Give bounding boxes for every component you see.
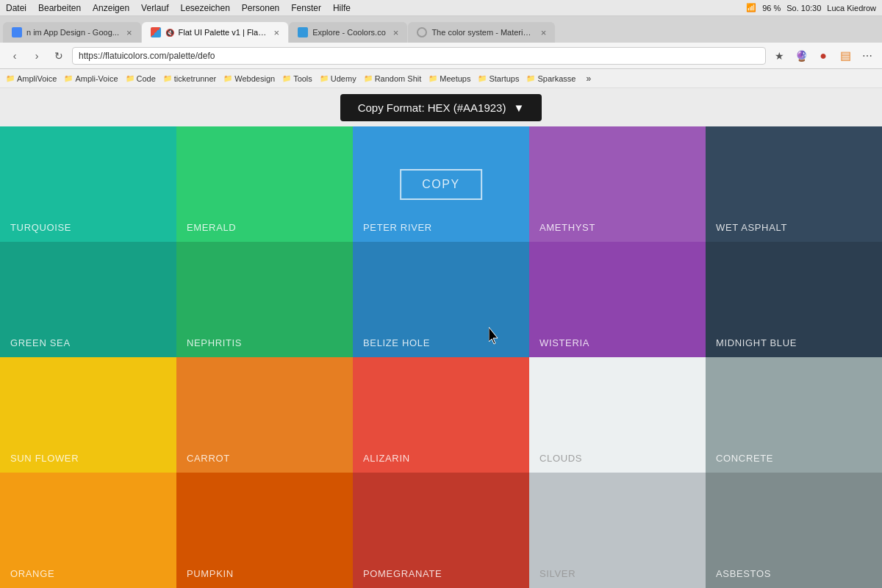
menu-datei[interactable]: Datei <box>6 3 26 13</box>
url-input[interactable]: https://flatuicolors.com/palette/defo <box>72 47 766 65</box>
bookmark-code[interactable]: 📁 Code <box>126 74 156 83</box>
tab-muted-icon: 🔇 <box>165 29 174 37</box>
bookmark-label-8: Meetups <box>440 74 470 83</box>
more-button[interactable]: ⋯ <box>858 47 876 65</box>
color-name-asbestos: ASBESTOS <box>716 568 771 579</box>
menu-lesezeichen[interactable]: Lesezeichen <box>180 3 229 13</box>
color-cell-peter-river[interactable]: COPYPETER RIVER <box>353 126 529 242</box>
bookmark-label-2: Code <box>137 74 156 83</box>
color-name-amethyst: AMETHYST <box>539 222 595 233</box>
color-name-wisteria: WISTERIA <box>539 337 589 348</box>
bookmark-tools[interactable]: 📁 Tools <box>282 74 312 83</box>
tab-material[interactable]: The color system - Material D... × <box>408 22 555 43</box>
folder-icon-4: 📁 <box>163 74 172 82</box>
bookmark-label-1: Ampli-Voice <box>75 74 118 83</box>
bookmark-label-0: AmpliVoice <box>17 74 57 83</box>
extensions-icon[interactable]: 🔮 <box>792 47 810 65</box>
color-cell-sunflower[interactable]: SUN FLOWER <box>0 357 176 473</box>
bookmark-udemy[interactable]: 📁 Udemy <box>320 74 356 83</box>
bookmark-ampli-voice[interactable]: 📁 Ampli-Voice <box>64 74 118 83</box>
color-grid: TURQUOISEEMERALDCOPYPETER RIVERAMETHYSTW… <box>0 126 882 588</box>
folder-icon-10: 📁 <box>478 74 487 82</box>
color-name-wetasphalt: WET ASPHALT <box>716 222 787 233</box>
color-cell-amethyst[interactable]: AMETHYST <box>529 126 706 242</box>
tab-close-1[interactable]: × <box>126 27 132 38</box>
color-cell-orange[interactable]: ORANGE <box>0 473 176 588</box>
folder-icon-11: 📁 <box>526 74 535 82</box>
browser-icon-1[interactable]: ● <box>814 47 832 65</box>
color-cell-wisteria[interactable]: WISTERIA <box>529 242 706 357</box>
url-text: https://flatuicolors.com/palette/defo <box>79 51 215 61</box>
menu-personen[interactable]: Personen <box>242 3 279 13</box>
tab-coolors[interactable]: Explore - Coolors.co × <box>289 22 407 43</box>
color-name-midnight: MIDNIGHT BLUE <box>716 337 797 348</box>
bookmark-sparkasse[interactable]: 📁 Sparkasse <box>526 74 576 83</box>
bookmark-webdesign[interactable]: 📁 Webdesign <box>223 74 275 83</box>
bookmark-ticketrunner[interactable]: 📁 ticketrunner <box>163 74 216 83</box>
color-cell-concrete[interactable]: CONCRETE <box>706 357 882 473</box>
copy-button-overlay[interactable]: COPY <box>400 169 482 200</box>
color-name-belize-hole: BELIZE HOLE <box>363 337 430 348</box>
refresh-button[interactable]: ↻ <box>50 47 68 65</box>
bookmark-startups[interactable]: 📁 Startups <box>478 74 519 83</box>
color-cell-alizarin[interactable]: ALIZARIN <box>353 357 529 473</box>
bookmark-amplivoice[interactable]: 📁 AmpliVoice <box>6 74 57 83</box>
bookmarks-overflow[interactable]: » <box>586 74 591 84</box>
color-name-peter-river: PETER RIVER <box>363 222 432 233</box>
folder-icon-9: 📁 <box>429 74 437 82</box>
folder-icon-5: 📁 <box>223 74 232 82</box>
forward-button[interactable]: › <box>28 47 46 65</box>
color-cell-midnight[interactable]: MIDNIGHT BLUE <box>706 242 882 357</box>
tab-label-4: The color system - Material D... <box>431 28 533 37</box>
bookmark-label-10: Sparkasse <box>537 74 576 83</box>
copy-format-arrow-icon: ▼ <box>513 101 524 114</box>
color-name-pomegranate: POMEGRANATE <box>363 568 442 579</box>
tab-close-2[interactable]: × <box>274 27 280 38</box>
bookmark-label-6: Udemy <box>331 74 356 83</box>
color-cell-belize-hole[interactable]: BELIZE HOLE <box>353 242 529 357</box>
color-name-green-sea: GREEN SEA <box>10 337 71 348</box>
color-name-sunflower: SUN FLOWER <box>10 453 79 464</box>
color-name-concrete: CONCRETE <box>716 453 773 464</box>
menubar: Datei Bearbeiten Anzeigen Verlauf Leseze… <box>0 0 882 16</box>
status-bar: 📶 96 % So. 10:30 Luca Kiedrow <box>746 3 876 12</box>
color-cell-turquoise[interactable]: TURQUOISE <box>0 126 176 242</box>
tab-close-3[interactable]: × <box>393 27 399 38</box>
color-cell-pomegranate[interactable]: POMEGRANATE <box>353 473 529 588</box>
back-button[interactable]: ‹ <box>6 47 24 65</box>
tab-loading-4 <box>417 27 427 37</box>
bookmark-meetups[interactable]: 📁 Meetups <box>429 74 470 83</box>
browser-icon-2[interactable]: ▤ <box>836 47 854 65</box>
username: Luca Kiedrow <box>827 4 876 12</box>
color-cell-wetasphalt[interactable]: WET ASPHALT <box>706 126 882 242</box>
color-cell-emerald[interactable]: EMERALD <box>176 126 353 242</box>
menu-verlauf[interactable]: Verlauf <box>141 3 168 13</box>
color-cell-silver[interactable]: SILVER <box>529 473 706 588</box>
copy-format-label: Copy Format: HEX (#AA1923) <box>358 101 506 114</box>
tab-flat-ui[interactable]: 🔇 Flat UI Palette v1 | Flat ... × <box>142 22 289 43</box>
tab-favicon-3 <box>298 27 308 37</box>
color-cell-green-sea[interactable]: GREEN SEA <box>0 242 176 357</box>
menu-fenster[interactable]: Fenster <box>291 3 321 13</box>
tab-label-2: Flat UI Palette v1 | Flat ... <box>179 28 267 37</box>
color-name-nephritis: NEPHRITIS <box>187 337 242 348</box>
tab-app-design[interactable]: n im App Design - Goog... × <box>3 22 141 43</box>
folder-icon-3: 📁 <box>126 74 135 82</box>
tab-favicon-2 <box>151 27 161 37</box>
copy-format-button[interactable]: Copy Format: HEX (#AA1923) ▼ <box>340 94 542 121</box>
menu-hilfe[interactable]: Hilfe <box>333 3 351 13</box>
bookmarks-bar: 📁 AmpliVoice 📁 Ampli-Voice 📁 Code 📁 tick… <box>0 69 882 88</box>
color-cell-nephritis[interactable]: NEPHRITIS <box>176 242 353 357</box>
color-cell-pumpkin[interactable]: PUMPKIN <box>176 473 353 588</box>
menu-anzeigen[interactable]: Anzeigen <box>93 3 129 13</box>
bookmark-star-icon[interactable]: ★ <box>770 47 788 65</box>
menu-bearbeiten[interactable]: Bearbeiten <box>38 3 81 13</box>
color-cell-clouds[interactable]: CLOUDS <box>529 357 706 473</box>
tab-close-4[interactable]: × <box>541 27 547 38</box>
color-name-carrot: CARROT <box>187 453 230 464</box>
copy-format-bar: Copy Format: HEX (#AA1923) ▼ <box>0 88 882 126</box>
bookmark-random-shit[interactable]: 📁 Random Shit <box>364 74 422 83</box>
color-cell-asbestos[interactable]: ASBESTOS <box>706 473 882 588</box>
wifi-icon: 📶 <box>746 3 756 12</box>
color-cell-carrot[interactable]: CARROT <box>176 357 353 473</box>
